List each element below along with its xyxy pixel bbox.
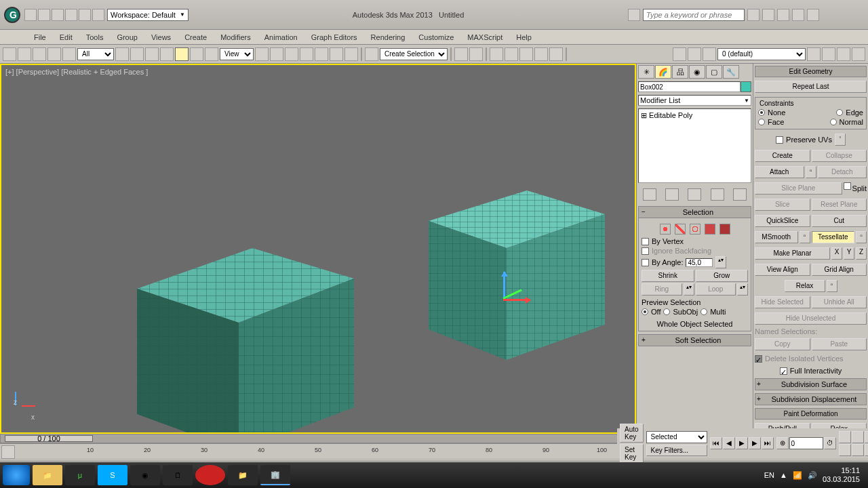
show-end-result-icon[interactable] <box>665 188 679 201</box>
paint-deformation-header[interactable]: Paint Deformation <box>755 408 867 420</box>
viewport-label[interactable]: [+] [Perspective] [Realistic + Edged Fac… <box>5 68 148 76</box>
preview-multi-radio[interactable] <box>701 308 707 315</box>
hide-unselected-button[interactable]: Hide Unselected <box>755 312 867 325</box>
delete-isolated-checkbox[interactable]: ✓ <box>755 355 762 363</box>
menu-views[interactable]: Views <box>144 32 178 43</box>
cut-button[interactable]: Cut <box>812 215 867 227</box>
folder-task-icon[interactable]: 📁 <box>228 465 258 485</box>
goto-end-icon[interactable]: ⏭ <box>762 437 774 449</box>
link-button[interactable] <box>33 47 46 61</box>
ref-coord-system[interactable]: View <box>220 48 254 60</box>
box002-mesh[interactable] <box>415 184 612 373</box>
star-icon[interactable] <box>792 9 804 21</box>
menu-graph-editors[interactable]: Graph Editors <box>304 32 364 43</box>
unhide-all-button[interactable]: Unhide All <box>812 296 867 308</box>
select-move-button[interactable] <box>175 47 189 61</box>
render-frame-button[interactable] <box>688 47 701 61</box>
bind-button[interactable] <box>62 47 76 61</box>
subdiv-displacement-header[interactable]: Subdivision Displacement <box>755 393 867 405</box>
stack-editable-poly[interactable]: Editable Poly <box>640 110 749 121</box>
grow-button[interactable]: Grow <box>696 270 749 282</box>
utorrent-task-icon[interactable]: μ <box>65 465 95 485</box>
tessellate-settings-icon[interactable]: ▫ <box>856 231 867 243</box>
motion-tab-icon[interactable]: ◉ <box>689 65 705 79</box>
undo-button[interactable] <box>3 47 16 61</box>
layer-props-button[interactable] <box>852 47 865 61</box>
menu-tools[interactable]: Tools <box>79 32 111 43</box>
quickslice-button[interactable]: QuickSlice <box>755 215 810 227</box>
element-subobj-icon[interactable] <box>719 224 730 235</box>
keyboard-button[interactable] <box>285 47 298 61</box>
edit-geometry-header[interactable]: Edit Geometry <box>755 66 867 77</box>
tray-network-icon[interactable]: 📶 <box>793 471 802 480</box>
graphite-button[interactable] <box>505 47 518 61</box>
make-unique-icon[interactable] <box>688 188 701 201</box>
slice-plane-button[interactable]: Slice Plane <box>755 182 842 195</box>
skype-task-icon[interactable]: S <box>98 465 127 485</box>
system-clock[interactable]: 15:11 03.03.2015 <box>823 466 860 484</box>
constraint-edge-radio[interactable] <box>836 109 843 116</box>
menu-animation[interactable]: Animation <box>258 32 304 43</box>
hide-selected-button[interactable]: Hide Selected <box>755 296 810 308</box>
mirror-button[interactable] <box>454 47 468 61</box>
pan-view-icon[interactable] <box>839 431 851 443</box>
menu-rendering[interactable]: Rendering <box>364 32 412 43</box>
menu-create[interactable]: Create <box>178 32 214 43</box>
collapse-button[interactable]: Collapse <box>812 150 867 162</box>
planar-x-button[interactable]: X <box>831 247 842 260</box>
curve-editor-button[interactable] <box>519 47 533 61</box>
select-rotate-button[interactable] <box>190 47 203 61</box>
open-file-icon[interactable] <box>38 9 50 21</box>
create-tab-icon[interactable]: ✳ <box>638 65 654 79</box>
create-button[interactable]: Create <box>755 150 810 162</box>
attach-button[interactable]: Attach <box>755 166 804 178</box>
menu-edit[interactable]: Edit <box>53 32 79 43</box>
msmooth-settings-icon[interactable]: ▫ <box>800 231 810 243</box>
schematic-button[interactable] <box>534 47 548 61</box>
gizmo-x-axis[interactable] <box>503 299 530 301</box>
by-vertex-checkbox[interactable] <box>642 238 649 245</box>
soft-selection-rollout-header[interactable]: Soft Selection <box>638 334 751 346</box>
time-slider-thumb[interactable]: 0 / 100 <box>5 435 93 442</box>
key-mode-icon[interactable]: ⊕ <box>776 437 789 449</box>
grid-align-button[interactable]: Grid Align <box>812 264 867 276</box>
sort-icon[interactable] <box>777 9 789 21</box>
opera-task-icon[interactable] <box>195 465 225 485</box>
angle-snap-button[interactable] <box>315 47 328 61</box>
box001-mesh[interactable] <box>130 241 361 434</box>
search-input[interactable] <box>643 9 745 21</box>
auto-key-button[interactable]: Auto Key <box>620 424 644 443</box>
pivot-button[interactable] <box>255 47 269 61</box>
preview-subobj-radio[interactable] <box>663 308 670 315</box>
split-checkbox[interactable] <box>844 182 851 190</box>
menu-file[interactable]: File <box>27 32 53 43</box>
zoom-view-icon[interactable] <box>852 431 864 443</box>
layer-manager-button[interactable] <box>490 47 503 61</box>
layer-new-button[interactable] <box>807 47 821 61</box>
save-file-icon[interactable] <box>52 9 64 21</box>
language-indicator[interactable]: EN <box>764 471 774 479</box>
pan-icon[interactable] <box>865 444 868 456</box>
layer-add-button[interactable] <box>822 47 835 61</box>
detach-button[interactable]: Detach <box>818 166 867 178</box>
edge-subobj-icon[interactable] <box>675 224 686 235</box>
select-region-button[interactable] <box>145 47 159 61</box>
msmooth-button[interactable]: MSmooth <box>755 231 798 243</box>
redo-icon[interactable] <box>79 9 91 21</box>
3dsmax-task-icon[interactable]: 🏢 <box>260 465 290 485</box>
preview-off-radio[interactable] <box>642 308 648 315</box>
new-file-icon[interactable] <box>24 9 37 21</box>
loop-button[interactable]: Loop <box>696 283 736 296</box>
slice-button[interactable]: Slice <box>755 199 810 211</box>
polygon-subobj-icon[interactable] <box>705 224 715 235</box>
goto-start-icon[interactable]: ⏮ <box>710 437 722 449</box>
percent-snap-button[interactable] <box>330 47 343 61</box>
object-color-swatch[interactable] <box>741 81 751 92</box>
planar-z-button[interactable]: Z <box>856 247 867 260</box>
key-icon[interactable] <box>762 9 774 21</box>
select-object-button[interactable] <box>115 47 129 61</box>
play-icon[interactable]: ▶ <box>736 437 748 449</box>
perspective-viewport[interactable]: [+] [Perspective] [Realistic + Edged Fac… <box>0 64 636 434</box>
align-button[interactable] <box>469 47 483 61</box>
by-angle-input[interactable] <box>686 258 713 267</box>
